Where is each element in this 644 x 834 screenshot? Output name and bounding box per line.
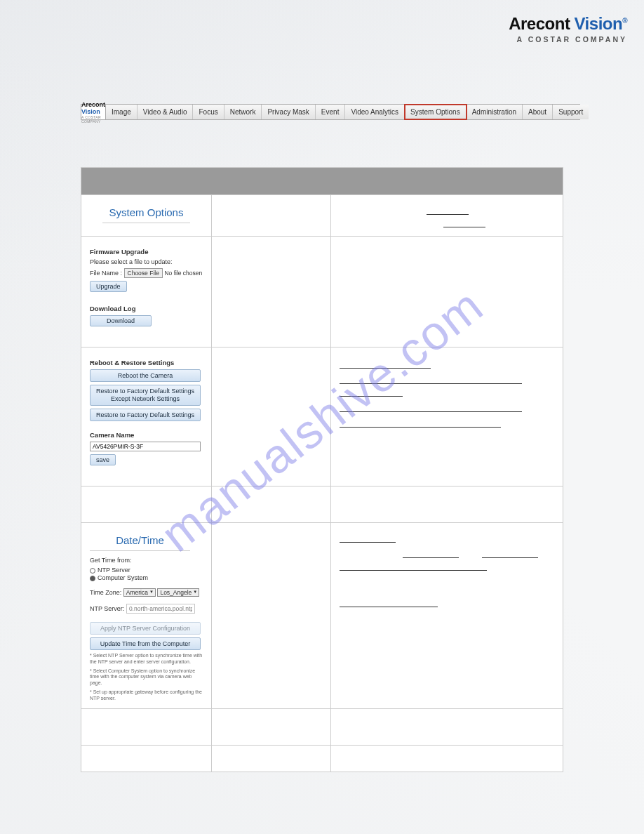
nav-item-administration[interactable]: Administration [467,105,523,119]
update-time-computer-button[interactable]: Update Time from the Computer [90,637,201,650]
nav-item-network[interactable]: Network [224,105,262,119]
firmware-prompt: Please select a file to update: [90,258,203,265]
camera-name-input[interactable] [90,442,201,451]
main-navbar: Arecont Vision A COSTAR COMPANY ImageVid… [81,104,580,120]
save-button[interactable]: save [90,454,116,465]
download-log-heading: Download Log [90,305,203,312]
restore-except-network-button[interactable]: Restore to Factory Default Settings Exce… [90,385,201,406]
computer-system-radio[interactable]: Computer System [90,574,203,581]
nav-item-image[interactable]: Image [106,105,137,119]
nav-item-about[interactable]: About [523,105,553,119]
reboot-restore-heading: Reboot & Restore Settings [90,359,203,366]
firmware-upgrade-heading: Firmware Upgrade [90,248,203,256]
nav-item-video-audio[interactable]: Video & Audio [137,105,194,119]
nav-item-system-options[interactable]: System Options [405,105,467,119]
restore-factory-button[interactable]: Restore to Factory Default Settings [90,409,201,421]
file-name-label: File Name : [90,270,122,277]
brand-word2: Vision [575,14,623,33]
nav-item-support[interactable]: Support [553,105,589,119]
camera-name-heading: Camera Name [90,431,203,439]
brand-sub: A COSTAR COMPANY [509,35,627,44]
system-options-title: System Options [102,206,190,223]
timezone-label: Time Zone: [90,589,121,596]
ntp-server-input[interactable] [126,604,195,614]
ntp-server-radio[interactable]: NTP Server [90,567,203,574]
nav-item-focus[interactable]: Focus [193,105,224,119]
settings-table: System Options Firmware Upgrade Please s… [81,167,563,772]
nav-item-video-analytics[interactable]: Video Analytics [345,105,405,119]
datetime-note-2: * Select Computer System option to synch… [90,668,203,687]
page-brand: Arecont Vision® A COSTAR COMPANY [509,14,627,44]
no-file-chosen: No file chosen [164,270,202,277]
timezone-city-select[interactable]: Los_Angele [157,588,199,597]
nav-item-event[interactable]: Event [316,105,346,119]
brand-reg: ® [622,17,627,25]
get-time-from-label: Get Time from: [90,557,203,564]
upgrade-button[interactable]: Upgrade [90,281,127,292]
timezone-region-select[interactable]: America [123,588,156,597]
reboot-camera-button[interactable]: Reboot the Camera [90,369,201,382]
datetime-note-1: * Select NTP Server option to synchroniz… [90,653,203,666]
download-button[interactable]: Download [90,315,152,326]
nav-logo: Arecont Vision A COSTAR COMPANY [81,105,106,119]
apply-ntp-button[interactable]: Apply NTP Server Configuration [90,622,201,635]
datetime-title: Date/Time [90,534,190,551]
choose-file-button[interactable]: Choose File [124,268,163,278]
datetime-note-3: * Set up appropriate gateway before conf… [90,689,203,702]
ntp-server-label: NTP Server: [90,605,124,612]
nav-item-privacy-mask[interactable]: Privacy Mask [262,105,315,119]
brand-word1: Arecont [509,14,570,33]
